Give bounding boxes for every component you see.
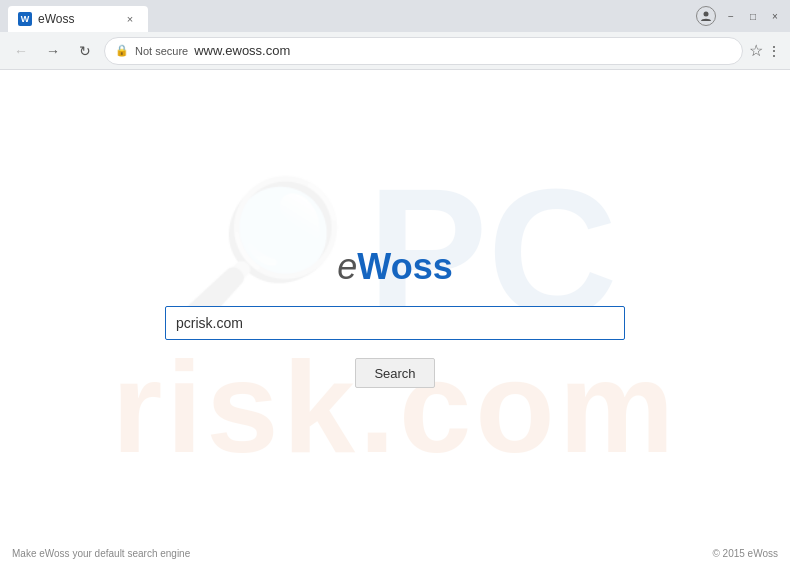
forward-button[interactable]: →	[40, 38, 66, 64]
maximize-button[interactable]: □	[746, 9, 760, 23]
page-footer: Make eWoss your default search engine © …	[0, 542, 790, 564]
browser-window: W eWoss × − □ × ← →	[0, 0, 790, 564]
not-secure-label: Not secure	[135, 45, 188, 57]
address-bar[interactable]: 🔒 Not secure www.ewoss.com	[104, 37, 743, 65]
svg-point-0	[704, 12, 709, 17]
tab-title: eWoss	[38, 12, 116, 26]
search-button[interactable]: Search	[355, 358, 434, 388]
tab-favicon: W	[18, 12, 32, 26]
search-input[interactable]	[165, 306, 625, 340]
minimize-button[interactable]: −	[724, 9, 738, 23]
back-button[interactable]: ←	[8, 38, 34, 64]
page-content: 🔍 PC risk.com eWoss Search Make eWoss yo…	[0, 70, 790, 564]
reload-button[interactable]: ↻	[72, 38, 98, 64]
site-logo: eWoss	[337, 246, 452, 288]
bookmark-button[interactable]: ☆	[749, 41, 763, 60]
not-secure-icon: 🔒	[115, 44, 129, 57]
title-bar: W eWoss × − □ ×	[0, 0, 790, 32]
close-button[interactable]: ×	[768, 9, 782, 23]
nav-bar: ← → ↻ 🔒 Not secure www.ewoss.com ☆ ⋮	[0, 32, 790, 70]
browser-tab[interactable]: W eWoss ×	[8, 6, 148, 32]
logo-prefix: e	[337, 246, 357, 287]
footer-left-text: Make eWoss your default search engine	[12, 548, 712, 559]
nav-right-controls: ☆ ⋮	[749, 41, 782, 60]
profile-icon[interactable]	[696, 6, 716, 26]
tab-strip: W eWoss ×	[8, 0, 692, 32]
url-display: www.ewoss.com	[194, 43, 290, 58]
main-content: eWoss Search	[0, 70, 790, 564]
logo-suffix: Woss	[357, 246, 452, 287]
browser-menu-button[interactable]: ⋮	[767, 43, 782, 59]
tab-close-button[interactable]: ×	[122, 11, 138, 27]
footer-right-text: © 2015 eWoss	[712, 548, 778, 559]
title-bar-right: − □ ×	[696, 6, 782, 26]
